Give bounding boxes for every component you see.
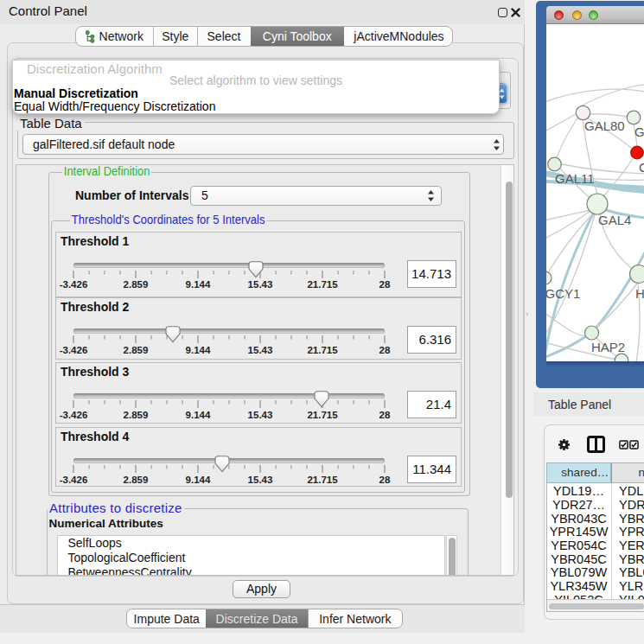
svg-text:GCY1: GCY1: [546, 286, 580, 301]
svg-text:CY: CY: [639, 160, 644, 175]
svg-text:GAL4: GAL4: [598, 213, 631, 227]
svg-text:GAL11: GAL11: [555, 171, 595, 186]
svg-text:GA: GA: [634, 124, 644, 139]
svg-text:GAL80: GAL80: [584, 118, 625, 133]
svg-text:HI: HI: [635, 286, 644, 301]
svg-text:HAP2: HAP2: [591, 340, 625, 354]
